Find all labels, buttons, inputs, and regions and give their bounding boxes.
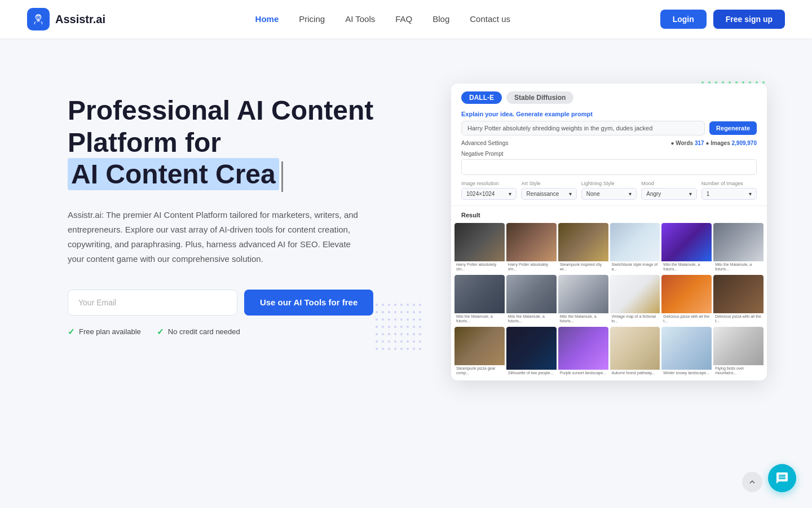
result-label: Result [451, 206, 767, 223]
svg-point-67 [407, 311, 409, 313]
scroll-top-button[interactable] [742, 472, 762, 492]
nav-contact[interactable]: Contact us [470, 14, 510, 24]
svg-point-86 [376, 333, 378, 335]
image-cell-5[interactable]: Milo the Malamute, a futuris... [713, 223, 764, 273]
hero-description: Assistr.ai: The premier AI Content Platf… [68, 208, 361, 267]
tab-dalle[interactable]: DALL-E [461, 91, 502, 104]
generate-example-link[interactable]: Generate example prompt [516, 111, 593, 117]
svg-point-96 [388, 340, 390, 343]
image-cell-7[interactable]: Milo the Malamute, a futuris... [506, 275, 557, 325]
svg-point-104 [388, 348, 390, 350]
select-lightning: Lightning Style None▾ [581, 181, 637, 200]
image-caption: Steampunk inspired city wi... [558, 261, 608, 273]
nav-pricing[interactable]: Pricing [299, 14, 325, 24]
image-caption: Flying birds over mountains... [713, 365, 764, 377]
image-caption: Milo the Malamute, a futuris... [506, 313, 557, 325]
svg-point-73 [394, 318, 396, 321]
regenerate-button[interactable]: Regenerate [709, 121, 757, 135]
image-cell-3[interactable]: Sketchbook style image of a... [610, 223, 660, 273]
image-caption: Milo the Malamute, a futuris... [661, 261, 712, 273]
svg-point-75 [407, 318, 409, 321]
nav-faq[interactable]: FAQ [395, 14, 412, 24]
svg-point-83 [407, 326, 409, 328]
svg-point-57 [394, 304, 396, 306]
image-cell-4[interactable]: Milo the Malamute, a futuris... [661, 223, 712, 273]
image-cell-0[interactable]: Harry Potter absolutely shr... [454, 223, 505, 273]
nav-actions: Login Free sign up [660, 10, 785, 29]
svg-point-72 [388, 318, 390, 321]
mockup-prompt-input[interactable]: Harry Potter absolutely shredding weight… [461, 121, 705, 135]
nav-links: Home Pricing AI Tools FAQ Blog Contact u… [255, 14, 510, 24]
svg-point-81 [394, 326, 396, 328]
image-cell-9[interactable]: Vintage map of a fictional lo... [610, 275, 660, 325]
image-caption: Autumn forest pathway... [610, 370, 660, 376]
image-cell-8[interactable]: Milo the Malamute, a futuris... [558, 275, 608, 325]
image-cell-16[interactable]: Winter snowy landscape... [661, 327, 712, 377]
select-art-style: Art Style Renaissance▾ [521, 181, 576, 200]
svg-point-70 [376, 318, 378, 321]
image-cell-10[interactable]: Delicious pizza with all the t... [661, 275, 712, 325]
svg-point-60 [413, 304, 415, 306]
svg-point-74 [400, 318, 403, 321]
hero-left: Professional AI Content Platform for AI … [68, 78, 373, 337]
image-cell-15[interactable]: Autumn forest pathway... [610, 327, 660, 377]
svg-rect-3 [37, 20, 40, 22]
tab-stable-diffusion[interactable]: Stable Diffusion [506, 91, 573, 104]
free-plan-badge: ✓ Free plan available [68, 327, 141, 337]
mockup-counts: ● Words 317 ● Images 2,909,970 [670, 140, 757, 146]
svg-point-71 [382, 318, 384, 321]
chat-button[interactable] [768, 464, 796, 492]
image-count: 2,909,970 [732, 140, 757, 146]
image-cell-13[interactable]: Silhouette of two people... [506, 327, 557, 377]
svg-point-107 [407, 348, 409, 350]
svg-point-84 [413, 326, 415, 328]
svg-point-94 [376, 340, 378, 343]
svg-point-92 [413, 333, 415, 335]
image-cell-12[interactable]: Steampunk pizza gear comp... [454, 327, 505, 377]
email-input[interactable] [68, 290, 237, 316]
nav-blog[interactable]: Blog [433, 14, 449, 24]
svg-point-13 [762, 81, 765, 84]
svg-point-101 [419, 340, 421, 343]
image-cell-14[interactable]: Purple sunset landscape... [558, 327, 608, 377]
svg-point-69 [419, 311, 421, 313]
image-caption: Vintage map of a fictional lo... [610, 313, 660, 325]
no-card-badge: ✓ No credit card needed [157, 327, 240, 337]
nav-home[interactable]: Home [255, 14, 279, 24]
svg-point-68 [413, 311, 415, 313]
svg-point-58 [400, 304, 403, 306]
image-caption: Delicious pizza with all the t... [661, 313, 712, 325]
svg-point-102 [376, 348, 378, 350]
image-caption: Milo the Malamute, a futuris... [713, 261, 764, 273]
svg-point-108 [413, 348, 415, 350]
select-num-images: Number of Images 1▾ [701, 181, 757, 200]
logo-icon [27, 8, 50, 30]
mockup-prompt-label: Explain your idea. Generate example prom… [461, 111, 757, 117]
svg-point-109 [419, 348, 421, 350]
dot-pattern-bottom [373, 301, 430, 358]
logo-text: Assistr.ai [55, 13, 105, 26]
logo[interactable]: Assistr.ai [27, 8, 105, 30]
image-cell-17[interactable]: Flying birds over mountains... [713, 327, 764, 377]
nav-ai-tools[interactable]: AI Tools [345, 14, 375, 24]
svg-point-62 [376, 311, 378, 313]
hero-title: Professional AI Content Platform for AI … [68, 95, 373, 192]
advanced-settings[interactable]: Advanced Settings [461, 140, 508, 146]
mockup-negative: Negative Prompt [461, 151, 757, 175]
cta-button[interactable]: Use our AI Tools for free [244, 290, 373, 316]
image-caption: Milo the Malamute, a futuris... [558, 313, 608, 325]
image-cell-1[interactable]: Harry Potter absolutely shr... [506, 223, 557, 273]
image-cell-11[interactable]: Delicious pizza with all the t... [713, 275, 764, 325]
hero-badges: ✓ Free plan available ✓ No credit card n… [68, 327, 373, 337]
select-mood: Mood Angry▾ [641, 181, 696, 200]
image-cell-6[interactable]: Milo the Malamute, a futuris... [454, 275, 505, 325]
svg-point-61 [419, 304, 421, 306]
svg-point-78 [376, 326, 378, 328]
hero-form: Use our AI Tools for free [68, 290, 373, 316]
negative-prompt-box[interactable] [461, 159, 757, 175]
image-cell-2[interactable]: Steampunk inspired city wi... [558, 223, 608, 273]
svg-point-77 [419, 318, 421, 321]
image-caption: Harry Potter absolutely shr... [506, 261, 557, 273]
login-button[interactable]: Login [660, 10, 707, 29]
signup-button[interactable]: Free sign up [713, 10, 785, 29]
